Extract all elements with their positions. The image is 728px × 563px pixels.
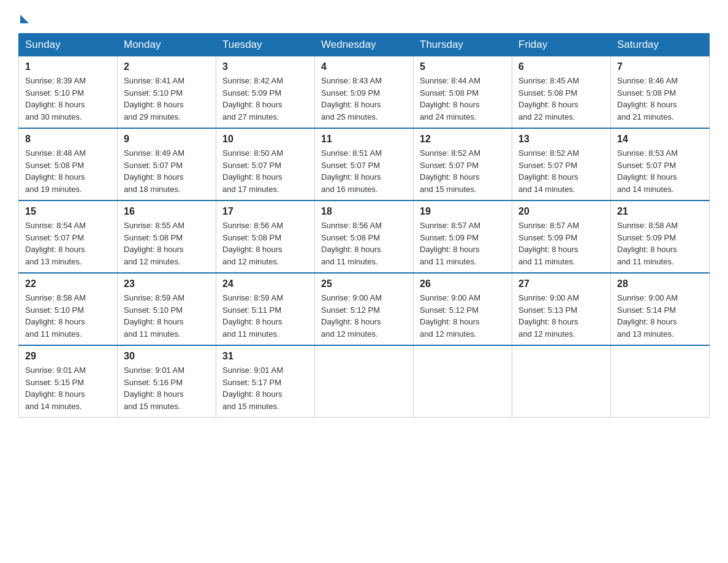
day-number: 20	[518, 206, 604, 217]
day-number: 5	[420, 61, 506, 72]
logo	[18, 12, 29, 21]
day-number: 17	[222, 206, 308, 217]
day-info: Sunrise: 8:56 AMSunset: 5:08 PMDaylight:…	[222, 220, 308, 267]
calendar-cell: 30Sunrise: 9:01 AMSunset: 5:16 PMDayligh…	[118, 345, 216, 418]
day-number: 6	[518, 61, 604, 72]
calendar-cell: 6Sunrise: 8:45 AMSunset: 5:08 PMDaylight…	[512, 56, 611, 129]
weekday-header-wednesday: Wednesday	[315, 34, 414, 56]
calendar-cell: 4Sunrise: 8:43 AMSunset: 5:09 PMDaylight…	[315, 56, 414, 129]
calendar-cell: 17Sunrise: 8:56 AMSunset: 5:08 PMDayligh…	[216, 201, 315, 273]
calendar-cell: 7Sunrise: 8:46 AMSunset: 5:08 PMDaylight…	[611, 56, 710, 129]
day-info: Sunrise: 9:00 AMSunset: 5:14 PMDaylight:…	[617, 292, 703, 340]
day-info: Sunrise: 9:01 AMSunset: 5:17 PMDaylight:…	[222, 364, 308, 412]
day-info: Sunrise: 8:43 AMSunset: 5:09 PMDaylight:…	[321, 75, 407, 123]
calendar-cell: 9Sunrise: 8:49 AMSunset: 5:07 PMDaylight…	[118, 128, 216, 201]
calendar-cell: 5Sunrise: 8:44 AMSunset: 5:08 PMDaylight…	[414, 56, 512, 129]
calendar-cell: 22Sunrise: 8:58 AMSunset: 5:10 PMDayligh…	[19, 273, 118, 345]
day-info: Sunrise: 8:44 AMSunset: 5:08 PMDaylight:…	[420, 75, 506, 123]
day-number: 27	[518, 278, 604, 289]
calendar-cell: 31Sunrise: 9:01 AMSunset: 5:17 PMDayligh…	[216, 345, 315, 418]
day-number: 25	[321, 278, 407, 289]
day-info: Sunrise: 8:58 AMSunset: 5:09 PMDaylight:…	[617, 220, 703, 267]
day-info: Sunrise: 8:59 AMSunset: 5:11 PMDaylight:…	[222, 292, 308, 340]
calendar-cell: 23Sunrise: 8:59 AMSunset: 5:10 PMDayligh…	[118, 273, 216, 345]
day-number: 15	[25, 206, 111, 217]
day-info: Sunrise: 8:39 AMSunset: 5:10 PMDaylight:…	[25, 75, 111, 123]
calendar-cell: 21Sunrise: 8:58 AMSunset: 5:09 PMDayligh…	[611, 201, 710, 273]
day-number: 8	[25, 134, 111, 145]
day-info: Sunrise: 8:59 AMSunset: 5:10 PMDaylight:…	[124, 292, 210, 340]
day-number: 2	[124, 61, 210, 72]
day-number: 21	[617, 206, 703, 217]
day-number: 7	[617, 61, 703, 72]
day-info: Sunrise: 8:57 AMSunset: 5:09 PMDaylight:…	[420, 220, 506, 267]
calendar-cell	[414, 345, 512, 418]
calendar-cell: 11Sunrise: 8:51 AMSunset: 5:07 PMDayligh…	[315, 128, 414, 201]
calendar-cell: 25Sunrise: 9:00 AMSunset: 5:12 PMDayligh…	[315, 273, 414, 345]
calendar-table: SundayMondayTuesdayWednesdayThursdayFrid…	[18, 33, 710, 418]
calendar-cell: 24Sunrise: 8:59 AMSunset: 5:11 PMDayligh…	[216, 273, 315, 345]
day-info: Sunrise: 8:52 AMSunset: 5:07 PMDaylight:…	[518, 147, 604, 195]
day-info: Sunrise: 8:48 AMSunset: 5:08 PMDaylight:…	[25, 147, 111, 195]
day-info: Sunrise: 8:45 AMSunset: 5:08 PMDaylight:…	[518, 75, 604, 123]
day-number: 11	[321, 134, 407, 145]
day-info: Sunrise: 8:50 AMSunset: 5:07 PMDaylight:…	[222, 147, 308, 195]
day-number: 22	[25, 278, 111, 289]
day-number: 28	[617, 278, 703, 289]
calendar-cell: 2Sunrise: 8:41 AMSunset: 5:10 PMDaylight…	[118, 56, 216, 129]
calendar-week-row: 29Sunrise: 9:01 AMSunset: 5:15 PMDayligh…	[19, 345, 710, 418]
calendar-cell: 29Sunrise: 9:01 AMSunset: 5:15 PMDayligh…	[19, 345, 118, 418]
weekday-header-saturday: Saturday	[611, 34, 710, 56]
day-number: 9	[124, 134, 210, 145]
calendar-cell	[512, 345, 611, 418]
calendar-cell: 19Sunrise: 8:57 AMSunset: 5:09 PMDayligh…	[414, 201, 512, 273]
day-number: 26	[420, 278, 506, 289]
day-info: Sunrise: 9:01 AMSunset: 5:16 PMDaylight:…	[124, 364, 210, 412]
calendar-cell: 10Sunrise: 8:50 AMSunset: 5:07 PMDayligh…	[216, 128, 315, 201]
day-info: Sunrise: 8:53 AMSunset: 5:07 PMDaylight:…	[617, 147, 703, 195]
logo-triangle-icon	[20, 15, 29, 23]
day-info: Sunrise: 8:42 AMSunset: 5:09 PMDaylight:…	[222, 75, 308, 123]
day-info: Sunrise: 8:46 AMSunset: 5:08 PMDaylight:…	[617, 75, 703, 123]
day-number: 12	[420, 134, 506, 145]
calendar-week-row: 15Sunrise: 8:54 AMSunset: 5:07 PMDayligh…	[19, 201, 710, 273]
calendar-cell: 18Sunrise: 8:56 AMSunset: 5:08 PMDayligh…	[315, 201, 414, 273]
day-number: 16	[124, 206, 210, 217]
day-info: Sunrise: 8:51 AMSunset: 5:07 PMDaylight:…	[321, 147, 407, 195]
calendar-week-row: 8Sunrise: 8:48 AMSunset: 5:08 PMDaylight…	[19, 128, 710, 201]
day-number: 23	[124, 278, 210, 289]
calendar-week-row: 1Sunrise: 8:39 AMSunset: 5:10 PMDaylight…	[19, 56, 710, 129]
day-info: Sunrise: 8:58 AMSunset: 5:10 PMDaylight:…	[25, 292, 111, 340]
calendar-cell: 8Sunrise: 8:48 AMSunset: 5:08 PMDaylight…	[19, 128, 118, 201]
calendar-cell	[315, 345, 414, 418]
weekday-header-sunday: Sunday	[19, 34, 118, 56]
calendar-cell: 27Sunrise: 9:00 AMSunset: 5:13 PMDayligh…	[512, 273, 611, 345]
day-info: Sunrise: 8:57 AMSunset: 5:09 PMDaylight:…	[518, 220, 604, 267]
day-number: 18	[321, 206, 407, 217]
calendar-cell: 15Sunrise: 8:54 AMSunset: 5:07 PMDayligh…	[19, 201, 118, 273]
day-number: 14	[617, 134, 703, 145]
day-info: Sunrise: 8:56 AMSunset: 5:08 PMDaylight:…	[321, 220, 407, 267]
page-header	[18, 12, 710, 21]
calendar-cell: 26Sunrise: 9:00 AMSunset: 5:12 PMDayligh…	[414, 273, 512, 345]
calendar-cell: 16Sunrise: 8:55 AMSunset: 5:08 PMDayligh…	[118, 201, 216, 273]
day-number: 1	[25, 61, 111, 72]
calendar-week-row: 22Sunrise: 8:58 AMSunset: 5:10 PMDayligh…	[19, 273, 710, 345]
calendar-cell: 13Sunrise: 8:52 AMSunset: 5:07 PMDayligh…	[512, 128, 611, 201]
weekday-header-row: SundayMondayTuesdayWednesdayThursdayFrid…	[19, 34, 710, 56]
day-number: 19	[420, 206, 506, 217]
day-number: 4	[321, 61, 407, 72]
calendar-cell: 14Sunrise: 8:53 AMSunset: 5:07 PMDayligh…	[611, 128, 710, 201]
calendar-cell: 1Sunrise: 8:39 AMSunset: 5:10 PMDaylight…	[19, 56, 118, 129]
calendar-cell: 20Sunrise: 8:57 AMSunset: 5:09 PMDayligh…	[512, 201, 611, 273]
day-number: 13	[518, 134, 604, 145]
weekday-header-friday: Friday	[512, 34, 611, 56]
weekday-header-monday: Monday	[118, 34, 216, 56]
calendar-cell: 12Sunrise: 8:52 AMSunset: 5:07 PMDayligh…	[414, 128, 512, 201]
day-info: Sunrise: 8:54 AMSunset: 5:07 PMDaylight:…	[25, 220, 111, 267]
day-number: 10	[222, 134, 308, 145]
weekday-header-thursday: Thursday	[414, 34, 512, 56]
day-number: 24	[222, 278, 308, 289]
day-info: Sunrise: 9:00 AMSunset: 5:13 PMDaylight:…	[518, 292, 604, 340]
day-number: 29	[25, 351, 111, 362]
